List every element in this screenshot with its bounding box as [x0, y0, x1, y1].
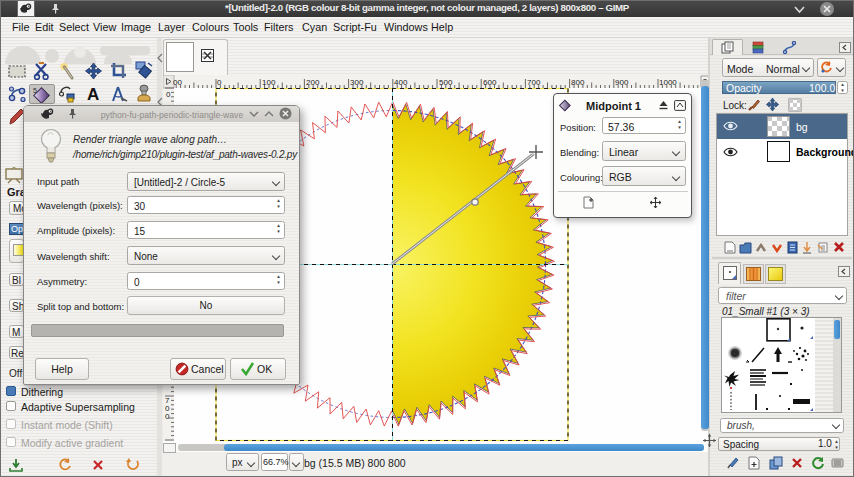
- svg-text:1000: 1000: [659, 78, 677, 87]
- svg-text:700: 700: [527, 78, 541, 87]
- svg-text:100: 100: [262, 78, 276, 87]
- svg-text:0: 0: [166, 90, 171, 99]
- svg-text:600: 600: [483, 78, 497, 87]
- svg-text:800: 800: [571, 78, 585, 87]
- svg-text:0: 0: [217, 78, 222, 87]
- svg-text:300: 300: [350, 78, 364, 87]
- svg-text:200: 200: [306, 78, 320, 87]
- svg-text:500: 500: [439, 78, 453, 87]
- svg-text:5: 5: [33, 87, 37, 94]
- svg-text:00: 00: [173, 78, 182, 87]
- svg-text:A: A: [87, 85, 99, 103]
- svg-text:900: 900: [615, 78, 629, 87]
- svg-text:0: 0: [165, 412, 170, 421]
- svg-text:400: 400: [394, 78, 408, 87]
